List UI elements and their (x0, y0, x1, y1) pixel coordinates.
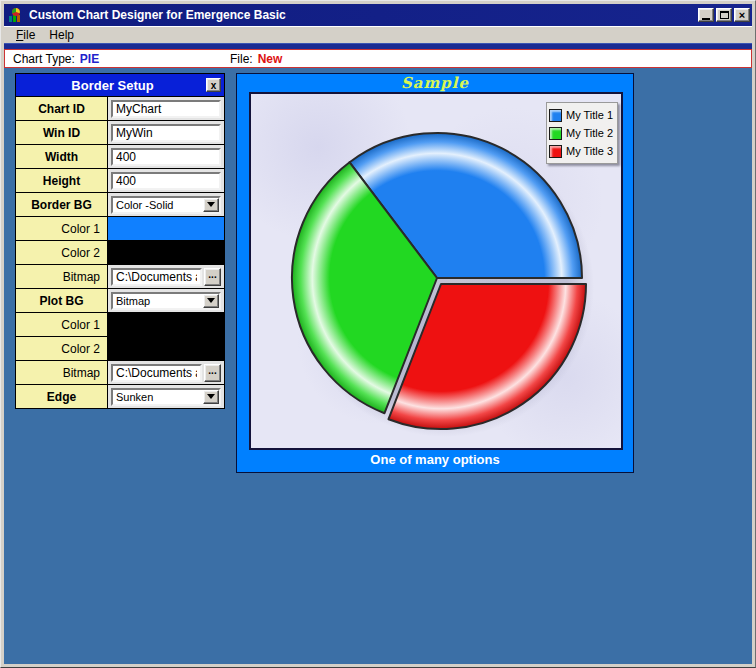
menu-bar: File Help (4, 26, 752, 43)
legend-label: My Title 2 (566, 127, 613, 139)
chart-id-row: Chart ID (16, 96, 224, 120)
border-color2-swatch[interactable] (108, 241, 224, 264)
chart-preview-panel: Sample My Title 1 My Title 2 My Title 3 (236, 73, 634, 473)
field-label: Width (16, 145, 108, 168)
close-icon: × (739, 10, 745, 20)
title-bar: Custom Chart Designer for Emergence Basi… (4, 4, 752, 26)
app-window: Custom Chart Designer for Emergence Basi… (0, 0, 756, 668)
chart-type-status: Chart Type: PIE (5, 52, 230, 66)
dropdown-value: Bitmap (113, 295, 203, 307)
border-setup-panel: Border Setup x Chart ID Win ID Width (15, 73, 225, 409)
menu-item-help[interactable]: Help (43, 27, 80, 43)
chevron-down-icon[interactable] (203, 390, 219, 404)
border-color1-row: Color 1 (16, 216, 224, 240)
minimize-icon (702, 12, 710, 20)
plot-color1-row: Color 1 (16, 312, 224, 336)
chart-id-input[interactable] (111, 100, 221, 118)
legend-swatch-blue (549, 109, 562, 122)
chevron-down-icon[interactable] (203, 198, 219, 212)
field-label: Color 1 (16, 217, 108, 240)
plot-color2-swatch[interactable] (108, 337, 224, 360)
field-label: Color 2 (16, 241, 108, 264)
field-label: Win ID (16, 121, 108, 144)
win-id-row: Win ID (16, 120, 224, 144)
border-color1-swatch[interactable] (108, 217, 224, 240)
status-bar: Chart Type: PIE File: New (4, 49, 752, 68)
chart-footer: One of many options (237, 450, 633, 472)
dropdown-value: Color -Solid (113, 199, 203, 211)
edge-dropdown[interactable]: Sunken (111, 388, 221, 406)
field-label: Color 1 (16, 313, 108, 336)
plot-bg-row: Plot BG Bitmap (16, 288, 224, 312)
dropdown-value: Sunken (113, 391, 203, 403)
plot-bitmap-browse-button[interactable]: ... (204, 364, 221, 382)
field-label: Border BG (16, 193, 108, 216)
border-bg-row: Border BG Color -Solid (16, 192, 224, 216)
field-label: Bitmap (16, 265, 108, 288)
plot-color1-swatch[interactable] (108, 313, 224, 336)
field-label: Edge (16, 385, 108, 408)
plot-bg-dropdown[interactable]: Bitmap (111, 292, 221, 310)
panel-title-bar[interactable]: Border Setup x (16, 74, 224, 96)
legend-swatch-green (549, 127, 562, 140)
plot-color2-row: Color 2 (16, 336, 224, 360)
height-input[interactable] (111, 172, 221, 190)
chart-type-label: Chart Type: (13, 52, 75, 66)
panel-title: Border Setup (19, 78, 206, 93)
minimize-button[interactable] (698, 8, 714, 22)
file-label: File: (230, 52, 253, 66)
border-bitmap-input[interactable] (111, 268, 202, 286)
window-controls: × (698, 8, 750, 22)
chevron-down-icon[interactable] (203, 294, 219, 308)
file-value: New (258, 52, 283, 66)
maximize-icon (720, 11, 729, 19)
plot-bitmap-input[interactable] (111, 364, 202, 382)
border-bg-dropdown[interactable]: Color -Solid (111, 196, 221, 214)
close-button[interactable]: × (734, 8, 750, 22)
field-label: Color 2 (16, 337, 108, 360)
legend-item: My Title 1 (549, 106, 615, 124)
plot-area: My Title 1 My Title 2 My Title 3 (249, 92, 623, 450)
panel-close-button[interactable]: x (206, 78, 221, 92)
width-input[interactable] (111, 148, 221, 166)
field-label: Height (16, 169, 108, 192)
chart-title: Sample (237, 74, 633, 92)
chart-type-value: PIE (80, 52, 99, 66)
field-label: Chart ID (16, 97, 108, 120)
edge-row: Edge Sunken (16, 384, 224, 408)
legend-label: My Title 1 (566, 109, 613, 121)
width-row: Width (16, 144, 224, 168)
chart-legend: My Title 1 My Title 2 My Title 3 (546, 102, 618, 164)
window-title: Custom Chart Designer for Emergence Basi… (29, 8, 698, 22)
border-bitmap-row: Bitmap ... (16, 264, 224, 288)
win-id-input[interactable] (111, 124, 221, 142)
app-icon (8, 7, 24, 23)
height-row: Height (16, 168, 224, 192)
legend-item: My Title 2 (549, 124, 615, 142)
border-bitmap-browse-button[interactable]: ... (204, 268, 221, 286)
menu-item-file[interactable]: File (10, 27, 41, 43)
plot-bitmap-row: Bitmap ... (16, 360, 224, 384)
maximize-button[interactable] (716, 8, 732, 22)
file-status: File: New (230, 52, 282, 66)
legend-item: My Title 3 (549, 142, 615, 160)
legend-swatch-red (549, 145, 562, 158)
field-label: Plot BG (16, 289, 108, 312)
field-label: Bitmap (16, 361, 108, 384)
client-area: Border Setup x Chart ID Win ID Width (4, 68, 752, 664)
border-color2-row: Color 2 (16, 240, 224, 264)
legend-label: My Title 3 (566, 145, 613, 157)
